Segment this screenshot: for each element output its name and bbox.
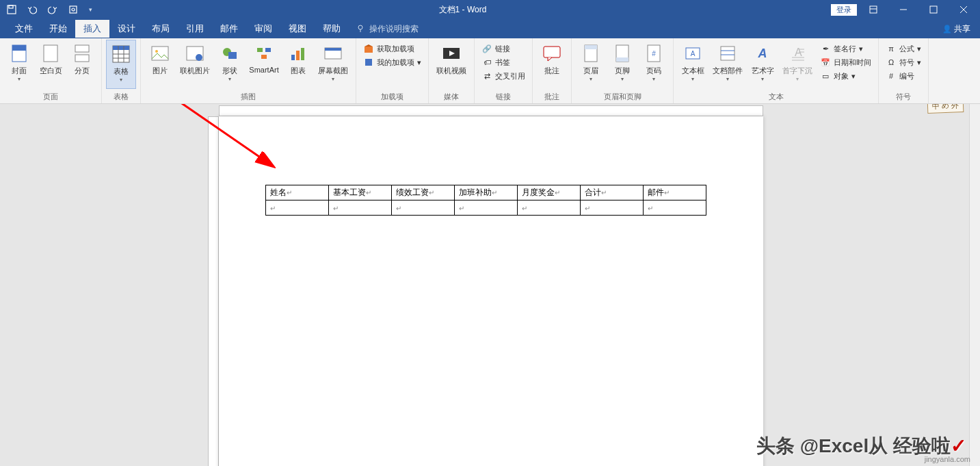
page-break-button[interactable]: 分页 [67, 40, 97, 89]
svg-point-6 [358, 25, 362, 29]
table-cell[interactable]: ↵ [266, 200, 329, 216]
my-addins-button[interactable]: 我的加载项 ▾ [360, 56, 424, 68]
ribbon-options-button[interactable] [860, 0, 887, 19]
cover-page-button[interactable]: 封面▾ [4, 40, 34, 89]
maximize-button[interactable] [920, 0, 947, 19]
qat-customize-icon[interactable]: ▾ [86, 2, 94, 17]
table-cell[interactable]: ↵ [392, 200, 455, 216]
tab-references[interactable]: 引用 [178, 20, 212, 38]
table-cell[interactable]: 加班补助↵ [455, 185, 518, 200]
document-table[interactable]: 姓名↵ 基本工资↵ 绩效工资↵ 加班补助↵ 月度奖金↵ 合计↵ 邮件↵ ↵ ↵ … [265, 185, 706, 216]
svg-rect-24 [296, 51, 300, 60]
login-button[interactable]: 登录 [831, 4, 857, 16]
close-button[interactable] [950, 0, 977, 19]
table-cell[interactable]: ↵ [518, 200, 581, 216]
table-cell[interactable]: 基本工资↵ [329, 185, 392, 200]
textbox-button[interactable]: A文本框▾ [678, 40, 708, 89]
signature-line-button[interactable]: ✒签名行 ▾ [817, 42, 874, 55]
table-icon [110, 43, 132, 65]
video-icon [440, 42, 462, 64]
tab-home[interactable]: 开始 [41, 20, 75, 38]
shapes-button[interactable]: 形状▾ [215, 40, 245, 89]
tab-insert[interactable]: 插入 [75, 20, 109, 38]
table-cell[interactable]: 月度奖金↵ [518, 185, 581, 200]
share-button[interactable]: 👤 共享 [933, 21, 980, 38]
object-button[interactable]: ▭对象 ▾ [817, 70, 874, 82]
document-canvas: 姓名↵ 基本工资↵ 绩效工资↵ 加班补助↵ 月度奖金↵ 合计↵ 邮件↵ ↵ ↵ … [0, 104, 980, 466]
svg-rect-28 [365, 47, 373, 53]
tab-help[interactable]: 帮助 [315, 20, 349, 38]
svg-rect-11 [75, 55, 89, 62]
horizontal-ruler[interactable] [219, 105, 763, 116]
tab-review[interactable]: 审阅 [246, 20, 280, 38]
number-icon: # [886, 70, 897, 81]
quickparts-button[interactable]: 文档部件▾ [709, 40, 746, 89]
table-cell[interactable]: 姓名↵ [266, 185, 329, 200]
table-row[interactable]: ↵ ↵ ↵ ↵ ↵ ↵ ↵ [266, 200, 706, 216]
group-comments-label: 批注 [537, 90, 567, 103]
table-button[interactable]: 表格▾ [106, 40, 136, 89]
preview-button[interactable] [66, 2, 81, 17]
svg-rect-9 [44, 45, 57, 62]
document-page[interactable]: 姓名↵ 基本工资↵ 绩效工资↵ 加班补助↵ 月度奖金↵ 合计↵ 邮件↵ ↵ ↵ … [219, 116, 763, 466]
table-cell[interactable]: 绩效工资↵ [392, 185, 455, 200]
tab-view[interactable]: 视图 [280, 20, 315, 38]
svg-rect-19 [228, 52, 237, 59]
bookmark-button[interactable]: 🏷书签 [479, 56, 528, 68]
tab-mail[interactable]: 邮件 [212, 20, 246, 38]
header-button[interactable]: 页眉▾ [576, 40, 606, 89]
table-cell[interactable]: 合计↵ [581, 185, 644, 200]
online-pictures-icon [184, 42, 206, 64]
table-cell[interactable]: ↵ [581, 200, 644, 216]
table-cell[interactable]: ↵ [455, 200, 518, 216]
dropcap-button[interactable]: A首字下沉▾ [779, 40, 816, 89]
chart-button[interactable]: 图表 [283, 40, 313, 89]
number-button[interactable]: #编号 [883, 70, 924, 82]
tab-layout[interactable]: 布局 [144, 20, 178, 38]
dropcap-icon: A [786, 42, 808, 64]
pictures-button[interactable]: 图片 [145, 40, 175, 89]
vertical-scrollbar[interactable] [969, 104, 980, 466]
svg-point-15 [155, 50, 158, 53]
quickparts-icon [717, 42, 739, 64]
table-cell[interactable]: ↵ [644, 200, 706, 216]
save-button[interactable] [4, 2, 19, 17]
pagenum-button[interactable]: #页码▾ [639, 40, 669, 89]
table-cell[interactable]: 邮件↵ [644, 185, 706, 200]
blank-page-button[interactable]: 空白页 [36, 40, 66, 89]
title-bar: ▾ 文档1 - Word 登录 [0, 0, 980, 19]
vertical-ruler[interactable] [208, 116, 219, 466]
tab-file[interactable]: 文件 [7, 20, 41, 38]
crossref-button[interactable]: ⇄交叉引用 [479, 70, 528, 82]
group-addins-label: 加载项 [360, 90, 424, 103]
page-break-icon [71, 42, 93, 64]
bookmark-icon: 🏷 [481, 57, 492, 68]
group-links-label: 链接 [479, 90, 528, 103]
undo-button[interactable] [25, 2, 40, 17]
signature-icon: ✒ [820, 43, 831, 54]
svg-rect-13 [113, 46, 129, 50]
footer-button[interactable]: 页脚▾ [607, 40, 637, 89]
equation-button[interactable]: π公式 ▾ [883, 42, 924, 55]
tell-me-search[interactable]: 操作说明搜索 [356, 23, 419, 35]
screenshot-button[interactable]: 屏幕截图▾ [315, 40, 352, 89]
redo-button[interactable] [45, 2, 60, 17]
group-illustrations: 图片 联机图片 形状▾ SmartArt 图表 屏幕截图▾ 插图 [141, 38, 356, 103]
online-video-button[interactable]: 联机视频 [433, 40, 470, 89]
online-pictures-button[interactable]: 联机图片 [176, 40, 213, 89]
wordart-button[interactable]: A艺术字▾ [747, 40, 778, 89]
quick-access-toolbar: ▾ [0, 2, 94, 17]
table-cell[interactable]: ↵ [329, 200, 392, 216]
link-button[interactable]: 🔗链接 [479, 42, 528, 55]
comment-button[interactable]: 批注 [537, 40, 567, 89]
svg-rect-22 [261, 55, 267, 59]
table-row[interactable]: 姓名↵ 基本工资↵ 绩效工资↵ 加班补助↵ 月度奖金↵ 合计↵ 邮件↵ [266, 185, 706, 200]
minimize-button[interactable] [890, 0, 917, 19]
datetime-button[interactable]: 📅日期和时间 [817, 56, 874, 68]
svg-rect-23 [291, 55, 295, 60]
get-addins-button[interactable]: 获取加载项 [360, 42, 424, 55]
tab-design[interactable]: 设计 [109, 20, 144, 38]
symbol-button[interactable]: Ω符号 ▾ [883, 56, 924, 68]
smartart-button[interactable]: SmartArt [246, 40, 282, 89]
svg-rect-27 [325, 48, 341, 51]
